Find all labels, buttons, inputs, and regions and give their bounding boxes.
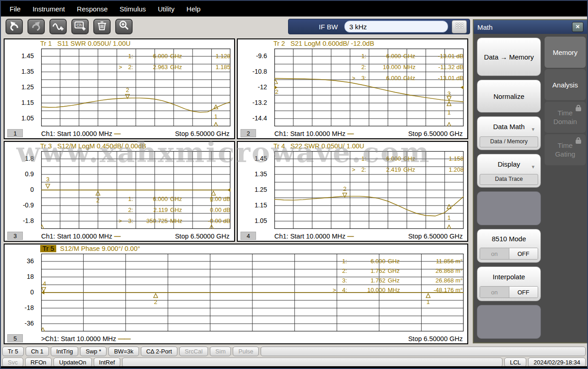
marker-number-label: 2: [275, 88, 278, 95]
marker-triangle[interactable]: [447, 102, 451, 106]
y-tick-label: -9.6: [256, 52, 267, 60]
tab-analysis[interactable]: Analysis: [545, 69, 586, 100]
status-bw-3k[interactable]: BW=3k: [108, 347, 139, 356]
y-tick-label: 1.05: [21, 114, 34, 122]
y-tick-label: 1.35: [255, 170, 267, 178]
interpolate-button[interactable]: Interpolate on OFF: [477, 266, 541, 301]
marker-unit: MHz: [385, 287, 412, 293]
status-svc[interactable]: Svc: [2, 358, 23, 367]
marker-triangle[interactable]: [214, 122, 218, 126]
plot-area: Tr 1 S11 SWR 0.050U/ 1.00U 1.451.351.251…: [4, 38, 468, 344]
trace-2-stop-label: Stop 6.50000 GHz: [408, 130, 463, 137]
marker-readout-row: >3:6.000GHz-13.01 dB: [350, 72, 464, 83]
trace-5-marker-readout: 1:6.000GHz11.856 m°2:1.762GHz26.868 m°3:…: [331, 256, 463, 295]
status-pulse[interactable]: Pulse: [233, 347, 259, 356]
toggle-off-option[interactable]: OFF: [509, 287, 538, 298]
marker-triangle[interactable]: [41, 328, 45, 331]
marker-unit: GHz: [385, 267, 412, 274]
y-tick-label: -14.4: [252, 114, 267, 122]
trace-5-title: Tr 5 S12/M Phase 9.000°/ 0.00°: [40, 245, 140, 252]
trace-5-label-active[interactable]: Tr 5: [40, 245, 56, 252]
status-tr-5[interactable]: Tr 5: [2, 347, 24, 356]
marker-triangle[interactable]: [154, 293, 158, 298]
marker-unit: GHz: [168, 206, 190, 213]
marker-freq: 2.419: [366, 166, 401, 173]
display-value[interactable]: Data Trace: [480, 174, 538, 185]
menu-item-utility[interactable]: Utility: [152, 1, 181, 16]
add-trace-button[interactable]: [49, 19, 67, 34]
redo-button[interactable]: [27, 19, 45, 34]
data-to-memory-button[interactable]: Data → Memory: [477, 38, 541, 76]
tab-memory[interactable]: Memory: [545, 37, 586, 68]
close-icon[interactable]: ×: [572, 22, 583, 32]
status-row-1: Tr 5Ch 1IntTrigSwp *BW=3kCΔ 2-PortSrcCal…: [2, 347, 586, 356]
display-button[interactable]: Display ▼ Data Trace: [477, 154, 541, 188]
marker-readout-row: >3:350.725MHz-0.00 dB: [117, 215, 230, 226]
menu-item-response[interactable]: Response: [71, 1, 114, 16]
menu-item-file[interactable]: File: [4, 1, 27, 16]
trace-4-index-box: 4: [241, 232, 256, 240]
marker-triangle[interactable]: [447, 225, 451, 229]
trace-4-stop-label: Stop 6.50000 GHz: [408, 233, 463, 240]
trace-color-dash: —: [347, 233, 354, 240]
status-updateon[interactable]: UpdateOn: [53, 358, 91, 367]
status-2024-02-29-18-34[interactable]: 2024/02/29-18:34: [528, 358, 586, 367]
marker-triangle[interactable]: [447, 123, 451, 126]
toggle-on-option[interactable]: on: [480, 248, 509, 259]
marker-triangle[interactable]: [46, 184, 50, 188]
delete-button[interactable]: [93, 19, 111, 34]
marker-triangle[interactable]: [42, 288, 46, 292]
marker-freq: 1.762: [347, 267, 385, 274]
marker-freq: 2.963: [133, 64, 168, 71]
marker-readout-row: 1:6.000GHz1.158: [350, 153, 464, 164]
y-tick-label: -1.8: [23, 217, 34, 224]
marker-readout-row: 2:2.119GHz0.00 dB: [117, 204, 230, 215]
marker-num: 1:: [336, 258, 347, 265]
y-tick-label: -12: [258, 83, 267, 91]
marker-val: 1.208: [423, 166, 464, 173]
add-channel-button[interactable]: Ch: [71, 19, 89, 34]
status-lcl[interactable]: LCL: [504, 358, 526, 367]
marker-sel: >: [117, 64, 122, 71]
tab-time-domain: Time Domain: [545, 102, 586, 133]
status-sim[interactable]: Sim: [210, 347, 231, 356]
svg-text:Ch: Ch: [76, 23, 82, 27]
lock-icon: [576, 140, 581, 144]
status-inttrig[interactable]: IntTrig: [51, 347, 78, 356]
trace-plot-1: Tr 1 S11 SWR 0.050U/ 1.00U 1.451.351.251…: [4, 38, 235, 139]
data-math-button[interactable]: Data Math ▼ Data / Memory: [477, 116, 541, 150]
math-panel-body: Data → Memory Normalize Data Math ▼ Data…: [474, 34, 587, 342]
toggle-on-option[interactable]: on: [480, 287, 509, 298]
trace-3-y-axis: 1.80.90-0.9-1.8: [5, 151, 37, 229]
marker-number-label: 2: [126, 87, 129, 93]
blank-button-1: [477, 191, 541, 225]
ifbw-input[interactable]: [344, 21, 448, 33]
status-ch-1[interactable]: Ch 1: [26, 347, 49, 356]
interpolate-label: Interpolate: [477, 267, 540, 286]
lock-icon: [576, 107, 581, 111]
menu-item-help[interactable]: Help: [181, 1, 207, 16]
trash-icon: [97, 21, 107, 33]
data-math-value[interactable]: Data / Memory: [480, 136, 538, 147]
toggle-off-option[interactable]: OFF: [509, 248, 538, 259]
marker-readout-row: 3:1.762GHz26.868 m°: [331, 276, 463, 285]
status-intref[interactable]: IntRef: [94, 358, 121, 367]
keypad-button[interactable]: [452, 20, 467, 33]
status-rfon[interactable]: RFOn: [25, 358, 52, 367]
menu-item-stimulus[interactable]: Stimulus: [114, 1, 152, 16]
status-srccal[interactable]: SrcCal: [179, 347, 208, 356]
mode-8510-button[interactable]: 8510 Mode on OFF: [477, 229, 541, 263]
undo-button[interactable]: [5, 19, 23, 34]
status-swp[interactable]: Swp *: [80, 347, 107, 356]
status-c-2-port[interactable]: CΔ 2-Port: [141, 347, 177, 356]
zoom-button[interactable]: [115, 19, 133, 34]
normalize-button[interactable]: Normalize: [477, 80, 541, 113]
marker-readout-row: >2:2.419GHz1.208: [350, 164, 464, 175]
marker-triangle[interactable]: [447, 97, 451, 101]
mode-8510-toggle[interactable]: on OFF: [480, 248, 538, 260]
menu-item-instrument[interactable]: Instrument: [27, 1, 71, 16]
y-tick-label: 18: [27, 273, 34, 280]
trace-4-y-axis: 1.451.351.251.151.05: [238, 151, 271, 229]
chevron-down-icon: ▼: [531, 127, 535, 132]
interpolate-toggle[interactable]: on OFF: [480, 286, 538, 298]
